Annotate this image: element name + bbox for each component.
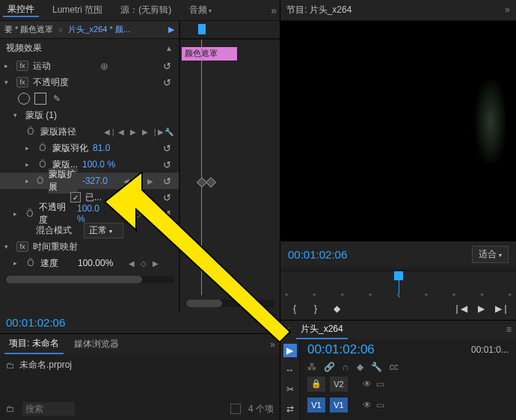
link-icon[interactable]: 🔗	[324, 362, 335, 372]
program-ruler[interactable]: •••••••••	[280, 271, 516, 297]
mask-expansion-value[interactable]: -327.0	[82, 176, 108, 186]
tab-effect-controls[interactable]: 果控件	[3, 3, 39, 17]
stopwatch-icon[interactable]: Ö	[37, 159, 48, 170]
mask-path-row[interactable]: Ö 蒙版路径 ◀❘ ◀ ▶ ▶ ❘▶ 🔧	[0, 123, 179, 140]
blend-mode-select[interactable]: 正常 ▾	[84, 223, 123, 238]
snap-icon[interactable]: ⁂	[307, 362, 316, 372]
kf-add-icon[interactable]: ◇	[133, 177, 144, 185]
target-icon[interactable]: ⊕	[100, 61, 108, 72]
toggle-sync-icon[interactable]: ▭	[376, 400, 384, 410]
reset-motion-icon[interactable]: ↺	[160, 61, 174, 72]
tab-lumetri[interactable]: Lumetri 范围	[48, 4, 107, 16]
stopwatch-icon[interactable]: Ö	[37, 143, 48, 153]
sequence-timecode[interactable]: 00:01:02:06	[307, 342, 375, 357]
speed-value[interactable]: 100.00%	[78, 258, 113, 268]
crumb-clip[interactable]: 片头_x264 * 颜...	[68, 24, 130, 35]
panel-menu-icon[interactable]: »	[271, 4, 277, 16]
rect-mask-icon[interactable]	[34, 93, 46, 105]
ellipse-mask-icon[interactable]	[18, 93, 30, 105]
project-search-input[interactable]	[22, 402, 75, 416]
step-back-icon[interactable]: ❘◀	[453, 302, 467, 315]
program-monitor[interactable]	[280, 21, 516, 242]
panel-menu-icon[interactable]: ≡	[506, 324, 512, 335]
stopwatch-icon[interactable]: Ö	[25, 209, 34, 219]
time-remap-row[interactable]: ▾ fx 时间重映射	[0, 238, 179, 255]
razor-tool-icon[interactable]: ✂	[283, 383, 297, 396]
panel-h-scrollbar[interactable]	[4, 276, 174, 283]
kf-prev-icon[interactable]: ◀	[121, 177, 132, 185]
program-tab[interactable]: 节目: 片头_x264	[286, 4, 351, 16]
list-view-icon[interactable]: 🗀	[6, 404, 15, 414]
wrench-icon[interactable]: 🔧	[164, 128, 174, 136]
toggle-output-icon[interactable]: 👁	[363, 379, 372, 389]
reset-icon[interactable]: ↺	[160, 192, 174, 203]
selection-tool-icon[interactable]: ▶	[283, 344, 297, 357]
reset-icon[interactable]: ↺	[160, 159, 174, 170]
sequence-tab[interactable]: 片头_x264	[296, 321, 348, 339]
fit-select[interactable]: 适合 ▾	[472, 246, 509, 263]
reset-icon[interactable]: ↺	[160, 225, 174, 236]
ripple-tool-icon[interactable]: ↔	[283, 363, 297, 377]
tab-project[interactable]: 项目: 未命名	[4, 334, 64, 354]
panel-menu-icon[interactable]: »	[505, 4, 510, 15]
track-prev-icon[interactable]: ◀❘	[104, 128, 114, 136]
keyframe-diamond-icon[interactable]	[206, 177, 216, 188]
mini-h-scrollbar[interactable]	[185, 300, 275, 307]
tab-source[interactable]: 源：(无剪辑)	[116, 4, 176, 16]
mask-feather-value[interactable]: 81.0	[93, 143, 110, 153]
kf-next-icon[interactable]: ▶	[145, 210, 156, 218]
toggle-sync-icon[interactable]: ▭	[376, 379, 384, 389]
speed-row[interactable]: ▸ Ö 速度 100.00% ◀ ◇ ▶	[0, 255, 179, 271]
kf-next-icon[interactable]: ▶	[145, 177, 156, 185]
opacity2-value[interactable]: 100.0 %	[77, 203, 108, 224]
step-fwd-icon[interactable]: ▶❘	[495, 302, 509, 315]
cc-icon[interactable]: cc	[390, 362, 399, 372]
tab-audio[interactable]: 音频▾	[185, 4, 216, 16]
reset-opacity-icon[interactable]: ↺	[160, 77, 174, 88]
program-timecode[interactable]: 00:01:02:06	[288, 248, 347, 261]
kf-add-icon[interactable]: ◇	[138, 259, 149, 268]
effect-opacity-row[interactable]: ▾ fx 不透明度 ↺	[0, 74, 179, 90]
effect-controls-timecode[interactable]: 00:01:02:06	[0, 312, 280, 333]
mini-clip[interactable]: 颜色遮罩	[182, 47, 237, 61]
mini-playhead-icon[interactable]	[198, 24, 206, 34]
stopwatch-icon[interactable]: Ö	[25, 258, 36, 268]
lock-icon[interactable]: 🔒	[307, 377, 325, 392]
track-header-v2[interactable]: V2	[330, 377, 348, 392]
kf-add-icon[interactable]: ◇	[133, 210, 144, 218]
slip-tool-icon[interactable]: ⇄	[283, 402, 297, 416]
kf-next-icon[interactable]: ▶	[150, 259, 161, 268]
reset-icon[interactable]: ↺	[160, 176, 174, 187]
mark-out-icon[interactable]: }	[309, 302, 322, 315]
track-fwd-icon[interactable]: ▶	[140, 128, 150, 136]
track-header-v1-target[interactable]: V1	[330, 398, 348, 413]
reset-icon[interactable]: ↺	[160, 143, 174, 154]
wrench-icon[interactable]: 🔧	[371, 362, 382, 372]
mask-opacity-value[interactable]: 100.0 %	[82, 159, 115, 170]
pen-mask-icon[interactable]: ✎	[51, 93, 63, 105]
kf-prev-icon[interactable]: ◀	[121, 210, 132, 218]
track-back-icon[interactable]: ◀	[116, 128, 126, 136]
filter-box-icon[interactable]	[230, 404, 241, 414]
settings-icon[interactable]: ◆	[357, 362, 363, 372]
mask-feather-row[interactable]: ▸ Ö 蒙版羽化 81.0 ↺	[0, 140, 179, 156]
mask-group-row[interactable]: ▾ 蒙版 (1)	[0, 107, 179, 123]
track-next-icon[interactable]: ❘▶	[152, 128, 162, 136]
track-header-v1-source[interactable]: V1	[307, 398, 325, 413]
mark-in-icon[interactable]: {	[288, 302, 301, 315]
stopwatch-icon[interactable]: Ö	[36, 176, 44, 186]
reset-icon[interactable]: ↺	[160, 209, 174, 220]
effect-motion-row[interactable]: ▸ fx 运动 ⊕ ↺	[0, 58, 179, 74]
mask-opacity-row[interactable]: ▸ Ö 蒙版... 100.0 % ↺	[0, 156, 179, 173]
panel-menu-icon[interactable]: »	[270, 339, 275, 350]
marker-icon[interactable]: ∩	[343, 362, 349, 372]
toggle-output-icon[interactable]: 👁	[363, 400, 372, 410]
stopwatch-icon[interactable]: Ö	[25, 126, 36, 137]
track-play-icon[interactable]: ▶	[128, 128, 138, 136]
play-icon[interactable]: ▶	[474, 302, 488, 315]
mask-expansion-row[interactable]: ▸ Ö 蒙版扩展 -327.0 ◀ ◇ ▶ ↺	[0, 173, 179, 189]
opacity-value-row[interactable]: ▸ Ö 不透明度 100.0 % ◀ ◇ ▶ ↺	[0, 206, 179, 222]
add-marker-icon[interactable]: ◆	[330, 302, 343, 315]
blend-mode-row[interactable]: 混合模式 正常 ▾ ↺	[0, 222, 179, 238]
kf-prev-icon[interactable]: ◀	[126, 259, 137, 268]
